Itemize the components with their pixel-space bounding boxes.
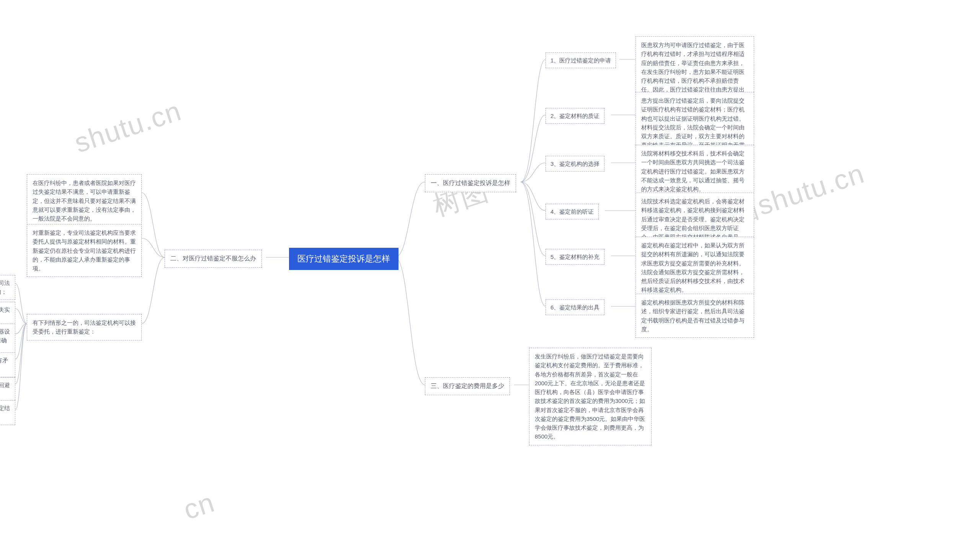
branch2-sub-item-6: （6）原司法鉴定人因过错出具错误鉴定结论的。 xyxy=(0,400,15,425)
branch1-item-2-label: 2、鉴定材料的质证 xyxy=(546,108,604,124)
root-node: 医疗过错鉴定投诉是怎样 xyxy=(289,248,399,270)
branch1-item-1-label: 1、医疗过错鉴定的申请 xyxy=(546,52,616,68)
watermark: cn xyxy=(180,486,218,526)
branch1-item-5-detail: 鉴定机构在鉴定过程中，如果认为双方所提交的材料有所遗漏的，可以通知法院要求医患双… xyxy=(635,237,754,299)
branch1-item-5-label: 5、鉴定材料的补充 xyxy=(546,249,604,265)
branch2-sub-item-5: （5）原司法鉴定人应当回避而没有回避的； xyxy=(0,377,15,402)
connector-lines xyxy=(0,0,980,535)
branch2-sub-label: 有下列情形之一的，司法鉴定机构可以接受委托，进行重新鉴定： xyxy=(27,314,142,340)
branch1-item-3-detail: 法院将材料移交技术科后，技术科会确定一个时间由医患双方共同挑选一个司法鉴定机构进… xyxy=(635,145,754,198)
branch2-sub-item-1: （1）司法鉴定机构、司法鉴定人超越司法鉴定业务范围或者执业类别进行鉴定的； xyxy=(0,275,15,300)
branch3-detail: 发生医疗纠纷后，做医疗过错鉴定是需要向鉴定机构支付鉴定费用的。至于费用标准，各地… xyxy=(529,348,652,445)
branch1-item-4-label: 4、鉴定前的听证 xyxy=(546,204,599,219)
branch1-item-3-label: 3、鉴定机构的选择 xyxy=(546,156,604,172)
branch1-title: 一、医疗过错鉴定投诉是怎样 xyxy=(425,174,516,192)
branch1-item-6-detail: 鉴定机构根据医患双方所提交的材料和陈述，组织专家进行鉴定，然后出具司法鉴定书载明… xyxy=(635,294,754,338)
branch2-title: 二、对医疗过错鉴定不服怎么办 xyxy=(165,250,262,268)
watermark: shutu.cn xyxy=(70,95,185,159)
branch3-title: 三、医疗鉴定的费用是多少 xyxy=(425,377,510,395)
branch2-para2: 对重新鉴定，专业司法鉴定机构应当要求委托人提供与原鉴定材料相同的材料。重新鉴定仍… xyxy=(27,224,142,277)
branch2-sub-item-2: （2）送鉴的材料虚假或者失实的； xyxy=(0,302,15,327)
branch1-item-6-label: 6、鉴定结果的出具 xyxy=(546,299,604,315)
branch2-para1: 在医疗纠纷中，患者或者医院如果对医疗过失鉴定结果不满意，可以申请重新鉴定，但这并… xyxy=(27,174,142,227)
branch2-sub-item-4: （4）原鉴定结论与其他证据有矛盾的； xyxy=(0,352,15,377)
